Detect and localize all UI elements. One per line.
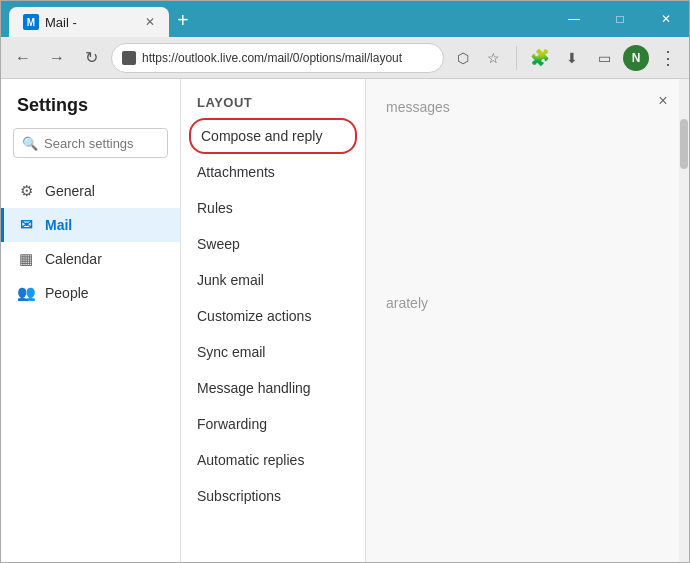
favorite-button[interactable]: ☆ xyxy=(480,45,506,71)
window-controls: — □ ✕ xyxy=(551,1,689,37)
sidebar-item-calendar-label: Calendar xyxy=(45,251,102,267)
menu-item-attachments[interactable]: Attachments xyxy=(181,154,365,190)
dropdown-header: Layout xyxy=(181,87,365,118)
sidebar-item-people-label: People xyxy=(45,285,89,301)
divider xyxy=(516,46,517,70)
spacer xyxy=(386,115,669,295)
menu-item-automatic-replies[interactable]: Automatic replies xyxy=(181,442,365,478)
right-text-2: arately xyxy=(386,295,428,311)
menu-item-customize-actions[interactable]: Customize actions xyxy=(181,298,365,334)
sidebar-item-general-label: General xyxy=(45,183,95,199)
forward-button[interactable]: → xyxy=(43,44,71,72)
menu-item-subscriptions[interactable]: Subscriptions xyxy=(181,478,365,514)
tab-title: Mail - xyxy=(45,15,77,30)
close-window-button[interactable]: ✕ xyxy=(643,1,689,37)
active-tab[interactable]: M Mail - ✕ xyxy=(9,7,169,37)
settings-panel: Settings 🔍 ⚙ General ✉ Mail ▦ Calendar 👥… xyxy=(1,79,181,562)
profile-avatar[interactable]: N xyxy=(623,45,649,71)
menu-item-message-handling[interactable]: Message handling xyxy=(181,370,365,406)
sidebar-item-calendar[interactable]: ▦ Calendar xyxy=(1,242,180,276)
security-icon xyxy=(122,51,136,65)
browser-menu-button[interactable]: ⋮ xyxy=(655,47,681,69)
refresh-button[interactable]: ↻ xyxy=(77,44,105,72)
url-actions: ⬡ ☆ xyxy=(450,45,506,71)
menu-item-forwarding[interactable]: Forwarding xyxy=(181,406,365,442)
minimize-button[interactable]: — xyxy=(551,1,597,37)
menu-item-rules[interactable]: Rules xyxy=(181,190,365,226)
people-icon: 👥 xyxy=(17,284,35,302)
general-icon: ⚙ xyxy=(17,182,35,200)
scrollbar-thumb[interactable] xyxy=(680,119,688,169)
url-text: https://outlook.live.com/mail/0/options/… xyxy=(142,51,402,65)
sidebar-item-mail-label: Mail xyxy=(45,217,72,233)
menu-item-compose-reply[interactable]: Compose and reply xyxy=(189,118,357,154)
menu-item-junk-email[interactable]: Junk email xyxy=(181,262,365,298)
share-button[interactable]: ⬡ xyxy=(450,45,476,71)
back-button[interactable]: ← xyxy=(9,44,37,72)
mail-icon: ✉ xyxy=(17,216,35,234)
settings-title: Settings xyxy=(1,95,180,128)
url-bar[interactable]: https://outlook.live.com/mail/0/options/… xyxy=(111,43,444,73)
maximize-button[interactable]: □ xyxy=(597,1,643,37)
dropdown-panel: Layout Compose and reply Attachments Rul… xyxy=(181,79,366,562)
tab-close-button[interactable]: ✕ xyxy=(145,15,155,29)
right-content-body: messages arately xyxy=(366,79,689,331)
address-bar: ← → ↻ https://outlook.live.com/mail/0/op… xyxy=(1,37,689,79)
download-button[interactable]: ⬇ xyxy=(559,45,585,71)
search-icon: 🔍 xyxy=(22,136,38,151)
tab-bar: M Mail - ✕ + — □ ✕ xyxy=(1,1,689,37)
search-settings-box[interactable]: 🔍 xyxy=(13,128,168,158)
sidebar-item-people[interactable]: 👥 People xyxy=(1,276,180,310)
new-tab-button[interactable]: + xyxy=(169,5,197,35)
browser-frame: M Mail - ✕ + — □ ✕ ← → ↻ https://outlook… xyxy=(0,0,690,563)
sidebar-button[interactable]: ▭ xyxy=(591,45,617,71)
menu-item-sync-email[interactable]: Sync email xyxy=(181,334,365,370)
menu-item-sweep[interactable]: Sweep xyxy=(181,226,365,262)
sidebar-item-general[interactable]: ⚙ General xyxy=(1,174,180,208)
right-content-area: × messages arately xyxy=(366,79,689,562)
close-button[interactable]: × xyxy=(649,87,677,115)
sidebar-item-mail[interactable]: ✉ Mail xyxy=(1,208,180,242)
tab-favicon: M xyxy=(23,14,39,30)
main-content: Settings 🔍 ⚙ General ✉ Mail ▦ Calendar 👥… xyxy=(1,79,689,562)
extensions-button[interactable]: 🧩 xyxy=(527,45,553,71)
right-text-1: messages xyxy=(386,99,450,115)
calendar-icon: ▦ xyxy=(17,250,35,268)
scrollbar-track[interactable] xyxy=(679,79,689,562)
